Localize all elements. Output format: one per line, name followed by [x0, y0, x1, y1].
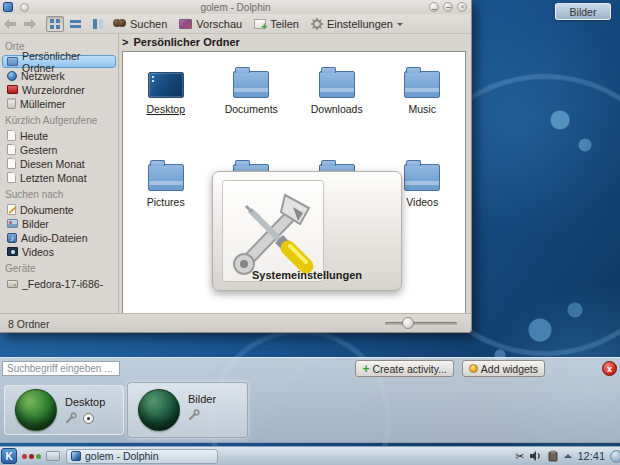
devices-header: Geräte [5, 263, 118, 274]
dolphin-statusbar: 8 Ordner [0, 313, 471, 332]
folder-icon [233, 71, 269, 98]
sidebar-item-label: Audio-Dateien [21, 232, 88, 244]
settings-button[interactable]: Einstellungen [308, 16, 406, 32]
configure-wrench-icon[interactable] [65, 412, 77, 424]
folder-label: Music [409, 103, 436, 115]
taskbar-task-dolphin[interactable]: golem - Dolphin [66, 449, 218, 464]
activity-badge-label: Bilder [570, 6, 597, 18]
k-logo: K [5, 451, 12, 462]
system-tray: ✂ 12:41 [515, 447, 617, 465]
dolphin-task-icon [71, 451, 81, 461]
current-activity-radio[interactable] [83, 413, 94, 424]
folder-item-desktop[interactable]: Desktop [123, 62, 209, 155]
sidebar-item-label: Heute [20, 130, 48, 142]
drive-icon [7, 280, 18, 288]
pager-dot-red [22, 454, 27, 459]
add-widgets-button[interactable]: Add widgets [462, 360, 545, 377]
folder-icon [404, 164, 440, 191]
activity-globe-icon [15, 389, 57, 431]
note-glyph: ♪ [10, 234, 14, 243]
folder-item-music[interactable]: Music [380, 62, 466, 155]
sidebar-item-images[interactable]: Bilder [2, 217, 116, 230]
zoom-slider-handle[interactable] [402, 317, 414, 329]
folder-label: Pictures [147, 196, 185, 208]
show-desktop-button[interactable] [46, 451, 60, 461]
pager-dots[interactable] [22, 454, 41, 459]
audio-icon: ♪ [7, 233, 17, 243]
sidebar-item-videos[interactable]: Videos [2, 245, 116, 258]
columns-view-button[interactable] [86, 16, 104, 32]
chevron-down-icon [397, 23, 403, 29]
share-button[interactable]: + Teilen [251, 16, 302, 32]
sidebar-item-label: Videos [22, 246, 54, 258]
clock[interactable]: 12:41 [577, 450, 605, 462]
create-activity-button[interactable]: + Create activity... [355, 360, 454, 377]
wrench-screwdriver-icon [223, 181, 323, 281]
sidebar-item-yesterday[interactable]: Gestern [2, 143, 116, 156]
network-globe-icon [7, 71, 17, 81]
folder-item-pictures[interactable]: Pictures [123, 155, 209, 248]
sidebar-item-trash[interactable]: Mülleimer [2, 97, 116, 110]
sidebar-item-label: Bilder [22, 218, 49, 230]
recent-header: Kürzlich Aufgerufene [5, 115, 118, 126]
sidebar-item-last-month[interactable]: Letzten Monat [2, 171, 116, 184]
sidebar-item-home[interactable]: Persönlicher Ordner [2, 55, 116, 68]
kde-menu-button[interactable]: K [1, 448, 17, 464]
activity-card-bilder[interactable]: Bilder [127, 382, 248, 438]
breadcrumb[interactable]: > Persönlicher Ordner [122, 36, 240, 48]
maximize-button[interactable] [443, 2, 453, 12]
search-button[interactable]: Suchen [110, 16, 170, 32]
device-notifier-icon[interactable] [547, 450, 559, 462]
activity-manager-panel: + Create activity... Add widgets x Deskt… [0, 357, 620, 443]
activity-controls [65, 412, 94, 424]
binoculars-icon [113, 19, 126, 28]
close-panel-button[interactable]: x [602, 361, 617, 376]
gear-icon [311, 18, 323, 30]
sidebar-item-device-fedora[interactable]: _Fedora-17-i686- [2, 277, 116, 290]
back-button[interactable] [4, 18, 17, 29]
search-button-label: Suchen [130, 18, 167, 30]
desktop-activity-badge[interactable]: Bilder [555, 3, 611, 20]
tooltip-label: Systemeinstellungen [213, 269, 401, 281]
window-buttons: × [429, 2, 467, 12]
details-view-button[interactable] [66, 16, 84, 32]
dolphin-toolbar: Suchen Vorschau + Teilen [0, 14, 471, 34]
preview-button[interactable]: Vorschau [176, 16, 245, 32]
volume-icon[interactable] [529, 450, 542, 462]
close-button[interactable]: × [457, 2, 467, 12]
desktop: Bilder golem - Dolphin × Suchen [0, 0, 620, 465]
configure-wrench-icon[interactable] [188, 409, 200, 421]
sidebar-item-documents[interactable]: Dokumente [2, 203, 116, 216]
sidebar-item-audio[interactable]: ♪ Audio-Dateien [2, 231, 116, 244]
folder-icon [148, 164, 184, 191]
view-mode-buttons [46, 16, 104, 32]
sidebar-item-label: Mülleimer [20, 98, 66, 110]
sidebar-item-this-month[interactable]: Diesen Monat [2, 157, 116, 170]
systemsettings-tooltip[interactable]: Systemeinstellungen [212, 171, 402, 291]
panel-cashew-icon[interactable] [610, 450, 620, 463]
plus-glyph: + [261, 23, 267, 31]
dolphin-window: golem - Dolphin × Suchen Vorschau [0, 0, 472, 333]
activity-name: Desktop [65, 396, 105, 408]
tools-icon-box [222, 180, 324, 282]
activity-card-desktop[interactable]: Desktop [4, 385, 124, 435]
sidebar-item-today[interactable]: Heute [2, 129, 116, 142]
document-icon [7, 172, 16, 183]
sidebar-item-root[interactable]: Wurzelordner [2, 83, 116, 96]
forward-button[interactable] [23, 18, 36, 29]
window-titlebar[interactable]: golem - Dolphin × [0, 0, 471, 14]
folder-item-downloads[interactable]: Downloads [294, 62, 380, 155]
icons-view-button[interactable] [46, 16, 64, 32]
folder-item-documents[interactable]: Documents [209, 62, 295, 155]
activity-search-input[interactable] [2, 361, 120, 376]
minimize-button[interactable] [429, 2, 439, 12]
folder-icon [319, 71, 355, 98]
image-icon [7, 219, 18, 228]
tray-expand-arrow-icon[interactable] [564, 450, 572, 458]
klipper-scissors-icon[interactable]: ✂ [515, 447, 524, 465]
add-widgets-label: Add widgets [481, 363, 538, 375]
sidebar-item-label: Netzwerk [21, 70, 65, 82]
share-icon: + [254, 19, 266, 29]
activity-name: Bilder [188, 393, 216, 405]
zoom-slider[interactable] [385, 322, 457, 325]
